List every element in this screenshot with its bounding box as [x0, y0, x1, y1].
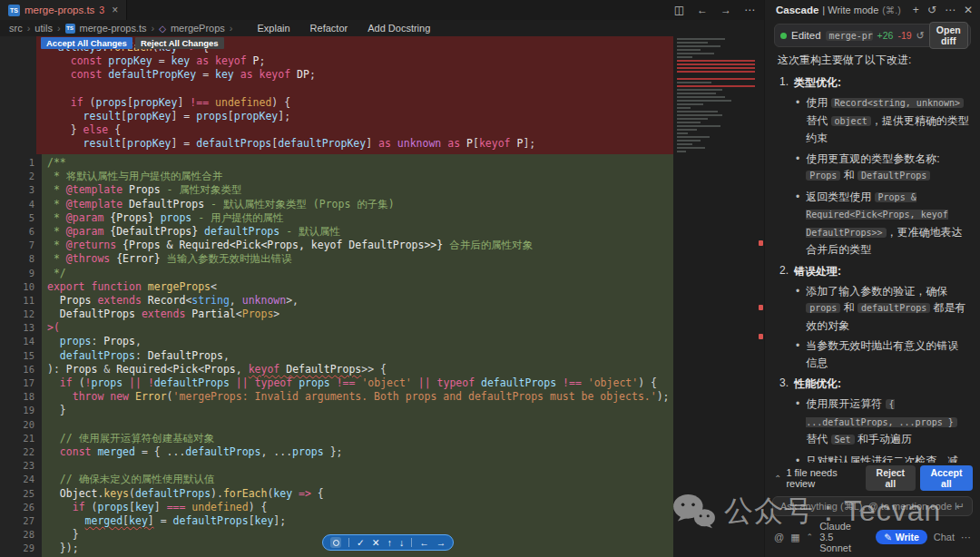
history-icon[interactable]: ↺	[927, 4, 936, 16]
code-line[interactable]: throw new Error('mergeProps: Invalid arg…	[47, 390, 673, 404]
chevron-up-icon[interactable]: ⌃	[774, 474, 781, 484]
code-editor[interactable]: 1234567891011121314151617181920212223242…	[0, 36, 764, 557]
composer-more-icon[interactable]: ⋯	[961, 532, 971, 543]
minimap-row	[677, 93, 716, 94]
panel-more-icon[interactable]: ⋯	[945, 4, 956, 16]
code-line[interactable]: if (!props || !defaultProps || typeof pr…	[47, 376, 673, 390]
toolbar-divider	[411, 538, 412, 547]
code-action-refactor[interactable]: Refactor	[310, 23, 348, 34]
bullet-text: 返回类型使用 Props & Required<Pick<Props, keyo…	[806, 189, 969, 259]
bullet-item: •使用展开运算符 { ...defaultProps, ...props } 替…	[796, 396, 969, 449]
section-heading: 1.类型优化:	[779, 75, 969, 91]
code-line[interactable]	[47, 459, 673, 473]
next-change-icon[interactable]: ↓	[399, 538, 404, 548]
minimap-row	[677, 100, 731, 102]
more-actions-icon[interactable]: ⋯	[744, 4, 755, 16]
code-line[interactable]: */	[47, 267, 673, 280]
scrollbar-error-mark	[759, 240, 763, 246]
previous-change-icon[interactable]: ↑	[387, 538, 392, 548]
code-actions: ExplainRefactorAdd Docstring	[258, 23, 431, 34]
code-line[interactable]: // 确保未定义的属性使用默认值	[47, 473, 673, 486]
image-icon[interactable]: ▦	[790, 532, 799, 543]
next-file-icon[interactable]: →	[436, 538, 446, 548]
code-line[interactable]: * @returns {Props & Required<Pick<Props,…	[47, 239, 673, 252]
code-line[interactable]: defaultProps: DefaultProps,	[47, 349, 673, 363]
code-line[interactable]: if (props[propKey] !== undefined) {	[45, 96, 673, 110]
code-line[interactable]: DefaultProps extends Partial<Props>	[47, 308, 673, 321]
breadcrumb-item[interactable]: mergeProps	[171, 23, 225, 34]
code-line[interactable]: result[propKey] = defaultProps[defaultPr…	[45, 137, 673, 151]
code-line[interactable]: ): Props & Required<Pick<Props, keyof De…	[47, 363, 673, 376]
message-intro: 这次重构主要做了以下改进:	[778, 53, 969, 68]
write-mode-button[interactable]: ✎ Write	[876, 530, 927, 544]
code-line[interactable]: const defaultPropKey = key as keyof DP;	[45, 68, 673, 82]
typescript-icon: TS	[65, 24, 75, 34]
deleted-block-code: allKeys.forEach(key => { const propKey =…	[45, 41, 673, 151]
bullet-text: 当参数无效时抛出有意义的错误信息	[806, 337, 969, 371]
chat-mode-button[interactable]: Chat	[934, 532, 955, 542]
breadcrumb-separator: ›	[152, 23, 155, 34]
accept-change-icon[interactable]: ✓	[357, 538, 365, 548]
scrollbar-error-mark	[759, 305, 763, 310]
breadcrumb-item[interactable]: utils	[34, 23, 53, 34]
model-selector[interactable]: Claude 3.5 Sonnet	[819, 521, 863, 553]
bullet-dot: •	[796, 189, 799, 259]
code-line[interactable]: const merged = { ...defaultProps, ...pro…	[47, 445, 673, 459]
code-line[interactable]: >(	[47, 321, 673, 335]
code-line[interactable]: export function mergeProps<	[47, 280, 673, 294]
bullet-item: •使用更直观的类型参数名称: Props 和 DefaultProps	[796, 151, 969, 185]
mention-icon[interactable]: @	[774, 532, 784, 542]
code-line[interactable]: * @template DefaultProps - 默认属性对象类型 (Pro…	[47, 198, 673, 211]
code-line[interactable]: if (props[key] === undefined) {	[47, 501, 673, 514]
minimap-row	[677, 56, 692, 58]
code-line[interactable]: * @template Props - 属性对象类型	[47, 183, 673, 197]
reject-all-button[interactable]: Reject all	[866, 465, 916, 491]
code-line[interactable]: // 使用展开运算符创建基础对象	[47, 432, 673, 445]
breadcrumb-item[interactable]: src	[9, 23, 23, 34]
code-line[interactable]	[45, 83, 673, 96]
code-line[interactable]: } else {	[45, 123, 673, 137]
line-number: 7	[0, 239, 34, 252]
cascade-panel: Cascade | Write mode (⌘.) + ↺ ⋯ ✕ Edited…	[765, 0, 980, 557]
cascade-logo-icon[interactable]	[330, 537, 341, 548]
deleted-diff-block[interactable]: allKeys.forEach(key => { const propKey =…	[36, 36, 673, 154]
split-editor-icon[interactable]: ◫	[674, 4, 684, 16]
code-line[interactable]: Props extends Record<string, unknown>,	[47, 294, 673, 308]
code-line[interactable]: * 将默认属性与用户提供的属性合并	[47, 170, 673, 183]
code-line[interactable]: }	[47, 404, 673, 417]
code-line[interactable]: * @param {DefaultProps} defaultProps - 默…	[47, 225, 673, 239]
code-line[interactable]: result[propKey] = props[propKey];	[45, 110, 673, 123]
forward-icon[interactable]: →	[720, 4, 731, 16]
tab-close-icon[interactable]: ×	[112, 4, 118, 16]
breadcrumb-item[interactable]: merge-props.ts	[80, 23, 147, 34]
panel-close-icon[interactable]: ✕	[964, 4, 973, 16]
review-bar: ⌃ 1 file needs review Reject all Accept …	[765, 463, 980, 493]
code-line[interactable]: * @throws {Error} 当输入参数无效时抛出错误	[47, 252, 673, 266]
code-line[interactable]: props: Props,	[47, 335, 673, 348]
new-conversation-icon[interactable]: +	[913, 4, 919, 16]
code-line[interactable]: const propKey = key as keyof P;	[45, 54, 673, 68]
minimap-row	[677, 60, 755, 62]
reject-change-icon[interactable]: ✕	[372, 538, 380, 548]
open-diff-button[interactable]: Open diff	[929, 22, 968, 49]
code-line[interactable]: merged[key] = defaultProps[key];	[47, 514, 673, 528]
added-diff-block[interactable]: /** * 将默认属性与用户提供的属性合并 * @template Props …	[42, 154, 673, 557]
code-action-add-docstring[interactable]: Add Docstring	[368, 23, 430, 34]
code-line[interactable]: /**	[47, 156, 673, 170]
reject-all-changes-button[interactable]: Reject All Changes	[135, 37, 224, 49]
previous-file-icon[interactable]: ←	[419, 538, 429, 548]
minimap-row	[677, 143, 692, 145]
code-line[interactable]: * @param {Props} props - 用户提供的属性	[47, 211, 673, 225]
minimap[interactable]	[677, 38, 755, 154]
accept-all-button[interactable]: Accept all	[920, 465, 973, 491]
back-icon[interactable]: ←	[697, 4, 708, 16]
section-number: 2.	[779, 264, 789, 279]
accept-all-changes-button[interactable]: Accept All Changes	[41, 37, 132, 49]
tab-merge-props[interactable]: TS merge-props.ts 3 ×	[0, 0, 127, 20]
code-line[interactable]	[47, 418, 673, 432]
code-line[interactable]: Object.keys(defaultProps).forEach(key =>…	[47, 487, 673, 501]
revert-icon[interactable]: ↺	[916, 30, 925, 42]
code-action-explain[interactable]: Explain	[258, 23, 290, 34]
inline-code-chip: Set	[831, 435, 855, 445]
chat-input[interactable]: Ask anything (⌘L), @ to mention code blo…	[772, 496, 973, 516]
